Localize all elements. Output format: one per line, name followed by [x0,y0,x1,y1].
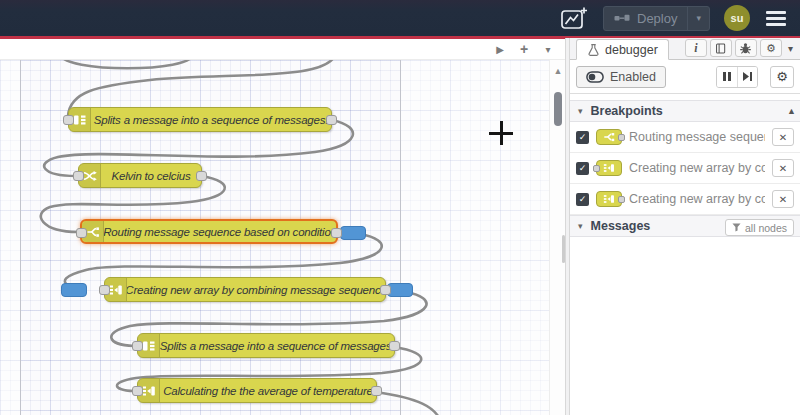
input-port[interactable] [99,285,110,295]
list-flows-button[interactable]: ▾ [539,44,557,55]
wire [60,60,193,68]
step-forward-icon [742,71,753,82]
breakpoint-row[interactable]: ✓ Creating new array by combining messag… [570,184,800,215]
breakpoint-marker-input[interactable] [61,283,87,297]
breakpoint-marker-output[interactable] [340,226,366,240]
remove-breakpoint-button[interactable]: ✕ [772,159,794,177]
book-icon [715,42,727,55]
input-port[interactable] [132,386,143,396]
tab-debugger[interactable]: debugger [576,39,669,60]
enabled-label: Enabled [610,70,656,84]
breakpoint-checkbox[interactable]: ✓ [576,131,589,144]
breakpoint-checkbox[interactable]: ✓ [576,193,589,206]
flask-icon [587,43,600,57]
chevron-down-icon: ▾ [578,221,583,231]
split-icon [142,339,156,353]
join-icon [142,384,156,398]
remove-breakpoint-button[interactable]: ✕ [772,190,794,208]
switch-icon [86,225,100,239]
funnel-icon [732,223,741,232]
info-icon: i [694,41,697,56]
pause-icon [722,71,732,82]
node-switch-routing[interactable]: Routing message sequence based on condit… [80,219,338,244]
canvas-scrollbar-thumb[interactable] [554,92,562,126]
breakpoint-label: Creating new array by combining message … [629,192,765,206]
node-change-kelvin[interactable]: Kelvin to celcius [78,163,202,188]
node-split-1[interactable]: Splits a message into a sequence of mess… [68,107,332,132]
output-port[interactable] [331,228,342,238]
close-icon: ✕ [779,163,787,174]
node-join-average[interactable]: Calculating the the average of temperatu… [137,378,377,403]
node-split-2[interactable]: Splits a message into a sequence of mess… [137,333,395,358]
check-icon: ✓ [579,132,587,142]
output-port[interactable] [196,171,207,181]
switch-icon [603,131,615,143]
output-port[interactable] [389,341,400,351]
close-icon: ✕ [779,132,787,143]
input-port[interactable] [73,171,84,181]
input-port[interactable] [63,115,74,125]
deploy-options-button[interactable]: ▾ [687,7,709,30]
debugger-settings-button[interactable]: ⚙ [770,66,794,88]
mini-node-switch [596,129,622,145]
breakpoint-row[interactable]: ✓ Creating new array by combining messag… [570,153,800,184]
message-filter-button[interactable]: all nodes [725,219,794,236]
remove-breakpoint-button[interactable]: ✕ [772,128,794,146]
scroll-tabs-button[interactable]: ▶ [491,44,509,55]
close-icon: ✕ [779,194,787,205]
mini-node-join [596,160,622,176]
toggle-icon [586,71,604,83]
filter-label: all nodes [745,222,787,234]
deploy-label: Deploy [637,11,677,26]
breakpoints-section-header[interactable]: ▾ Breakpoints ▲ [570,100,800,122]
step-button[interactable] [737,67,757,87]
flow-canvas[interactable]: Splits a message into a sequence of mess… [0,60,549,415]
input-port[interactable] [76,228,87,238]
breakpoint-checkbox[interactable]: ✓ [576,162,589,175]
add-flow-button[interactable]: + [515,41,533,57]
output-port[interactable] [326,115,337,125]
debug-sidebar: debugger i ⚙ ▾ [570,38,800,415]
debugger-enabled-toggle[interactable]: Enabled [576,66,666,88]
node-label: Kelvin to celcius [101,164,201,187]
output-port[interactable] [380,285,391,295]
node-red-app: Deploy ▾ su ▶ + ▾ [0,0,800,415]
breakpoint-row[interactable]: ✓ Routing message sequence based on cond… [570,122,800,153]
messages-section-header[interactable]: ▾ Messages all nodes [570,215,800,237]
export-flow-button[interactable] [559,5,589,31]
step-controls [716,66,758,88]
scroll-up-icon[interactable]: ▲ [787,106,796,116]
flow-tab-strip: ▶ + ▾ [0,39,565,60]
chevron-down-icon: ▾ [545,44,550,55]
scroll-up-icon[interactable]: ▲ [550,66,566,76]
sidebar-tab-bar: debugger i ⚙ ▾ [570,38,800,60]
node-label: Splits a message into a sequence of mess… [91,108,331,131]
gear-icon: ⚙ [766,42,776,55]
deploy-button[interactable]: Deploy ▾ [603,6,710,31]
mini-node-join [596,191,622,207]
tab-settings-button[interactable]: ⚙ [760,39,782,57]
tab-info-button[interactable]: i [685,39,707,57]
split-icon [73,113,87,127]
node-label: Calculating the the average of temperatu… [160,379,376,402]
messages-title: Messages [591,219,651,233]
breakpoint-label: Creating new array by combining message … [629,161,765,175]
node-label: Splits a message into a sequence of mess… [160,334,394,357]
node-label: Routing message sequence based on condit… [104,221,336,242]
pause-button[interactable] [717,67,737,87]
node-label: Creating new array by combining message … [127,278,385,301]
join-icon [603,162,615,174]
main-menu-button[interactable] [764,7,788,30]
tab-config-nodes-button[interactable] [710,39,732,57]
play-icon: ▶ [496,44,504,55]
user-avatar[interactable]: su [724,5,750,31]
chevron-down-icon: ▾ [788,43,793,54]
node-join-array[interactable]: Creating new array by combining message … [104,277,386,302]
tab-debug-messages-button[interactable] [735,39,757,57]
chevron-down-icon: ▾ [578,106,583,116]
input-port[interactable] [132,341,143,351]
output-port[interactable] [371,386,382,396]
sidebar-tabs-menu-button[interactable]: ▾ [785,43,796,54]
canvas-scrollbar[interactable]: ▲ [549,60,565,415]
join-icon [603,193,615,205]
